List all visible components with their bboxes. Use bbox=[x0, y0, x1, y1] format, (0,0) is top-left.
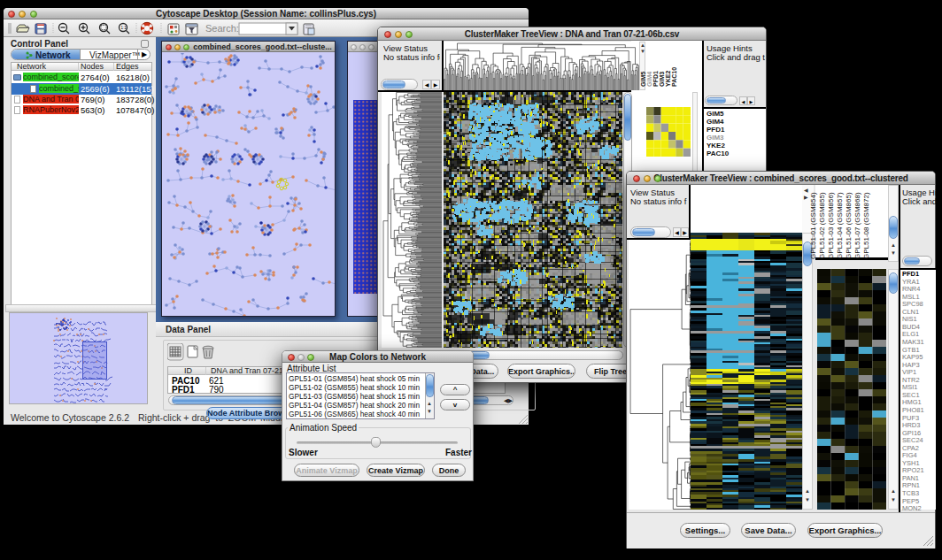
svg-text:Search:: Search: bbox=[205, 23, 239, 34]
svg-text:1:1: 1:1 bbox=[121, 26, 127, 30]
